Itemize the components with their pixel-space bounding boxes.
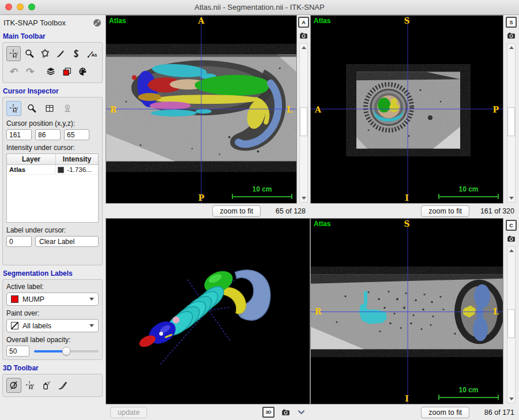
undo-icon: ↶ bbox=[10, 67, 18, 77]
crosshair-tool-button[interactable] bbox=[6, 46, 21, 61]
sagittal-viewport: Atlas S A P I 10 cm S bbox=[310, 15, 519, 218]
scrollbar-thumb[interactable] bbox=[507, 107, 515, 136]
paint-over-dropdown[interactable]: All labels bbox=[6, 319, 99, 332]
layers-icon bbox=[46, 66, 56, 77]
spraypaint-tool-button[interactable] bbox=[39, 378, 54, 393]
intensity-color-swatch bbox=[58, 167, 64, 173]
3d-viewport: update 3D bbox=[106, 218, 310, 420]
axial-slice-scrollbar[interactable] bbox=[299, 43, 308, 202]
opacity-input[interactable] bbox=[6, 346, 29, 357]
scrollbar-thumb[interactable] bbox=[300, 107, 307, 136]
segmentation-labels-header: Segmentation Labels bbox=[3, 269, 102, 278]
table-icon bbox=[44, 103, 55, 114]
polygon-tool-button[interactable] bbox=[37, 46, 52, 61]
paint-over-swatch bbox=[11, 322, 18, 329]
redo-button[interactable]: ↷ bbox=[22, 64, 37, 79]
coronal-slice-scrollbar[interactable] bbox=[507, 246, 516, 403]
cursor-z-input[interactable] bbox=[64, 129, 89, 140]
axial-panel-letter[interactable]: A bbox=[298, 17, 309, 28]
close-window-button[interactable] bbox=[5, 3, 12, 10]
main-toolbar-group: Ab ↶ ↷ bbox=[2, 42, 103, 83]
table-row[interactable]: Atlas -1.736... bbox=[7, 165, 98, 175]
scroll-up-arrow[interactable] bbox=[509, 249, 514, 252]
detach-panel-icon[interactable] bbox=[93, 18, 101, 27]
maximize-window-button[interactable] bbox=[28, 3, 35, 10]
screenshot-camera-icon[interactable] bbox=[507, 31, 516, 40]
opacity-slider[interactable] bbox=[34, 347, 99, 355]
coronal-canvas[interactable]: Atlas S R L I 10 cm bbox=[310, 218, 503, 404]
sagittal-slice-image bbox=[311, 16, 503, 203]
active-label-caption: Active label: bbox=[6, 283, 99, 291]
orientation-anterior: A bbox=[198, 16, 205, 25]
axial-canvas[interactable]: Atlas A R L P 10 cm bbox=[106, 15, 297, 204]
3d-panel-letter[interactable]: 3D bbox=[262, 407, 274, 418]
sagittal-canvas[interactable]: Atlas S A P I 10 cm bbox=[310, 15, 503, 204]
ci-table-button[interactable] bbox=[42, 101, 57, 116]
cursor-position-label: Cursor position (x,y,z): bbox=[6, 119, 99, 127]
scroll-up-arrow[interactable] bbox=[302, 46, 306, 49]
spraycan-icon bbox=[41, 380, 51, 391]
paintbrush-icon bbox=[55, 48, 66, 59]
coronal-zoom-to-fit-button[interactable]: zoom to fit bbox=[421, 407, 469, 418]
annotation-tool-button[interactable]: Ab bbox=[84, 46, 99, 61]
slider-thumb[interactable] bbox=[62, 347, 71, 355]
scroll-down-arrow[interactable] bbox=[302, 197, 306, 200]
scalpel-tool-button[interactable] bbox=[55, 378, 70, 393]
sagittal-slice-scrollbar[interactable] bbox=[507, 43, 516, 202]
paint-over-caption: Paint over: bbox=[6, 309, 99, 317]
undo-button[interactable]: ↶ bbox=[6, 64, 21, 79]
cursor-inspector-group: Cursor position (x,y,z): Intensity under… bbox=[2, 97, 103, 265]
annotation-glyph: Ab bbox=[91, 52, 96, 58]
scale-bar-label: 10 cm bbox=[438, 386, 499, 394]
trackball-tool-button[interactable] bbox=[6, 378, 21, 393]
label-name-field: Clear Label bbox=[35, 236, 99, 247]
coronal-panel-letter[interactable]: C bbox=[506, 220, 517, 231]
crosshair-3d-tool-button[interactable] bbox=[22, 378, 37, 393]
active-label-color-swatch bbox=[11, 295, 18, 303]
axial-slice-counter: 65 of 128 bbox=[268, 207, 306, 215]
scroll-down-arrow[interactable] bbox=[509, 197, 514, 200]
label-id-input[interactable] bbox=[6, 236, 32, 247]
paintbrush-tool-button[interactable] bbox=[53, 46, 67, 61]
col-header-intensity[interactable]: Intensity bbox=[56, 154, 98, 164]
col-header-layer[interactable]: Layer bbox=[7, 154, 56, 164]
orientation-anterior: A bbox=[315, 105, 321, 114]
active-label-button[interactable] bbox=[59, 64, 74, 79]
scroll-up-arrow[interactable] bbox=[509, 46, 514, 49]
3d-update-button[interactable]: update bbox=[110, 407, 147, 418]
ci-crosshair-button[interactable] bbox=[6, 101, 21, 116]
screenshot-camera-icon[interactable] bbox=[281, 408, 290, 417]
scroll-down-arrow[interactable] bbox=[509, 397, 514, 400]
cursor-x-input[interactable] bbox=[6, 129, 32, 140]
screenshot-camera-icon[interactable] bbox=[507, 234, 516, 243]
axial-zoom-to-fit-button[interactable]: zoom to fit bbox=[212, 205, 261, 217]
screenshot-camera-icon[interactable] bbox=[299, 31, 308, 40]
ci-probe-button[interactable] bbox=[60, 101, 75, 116]
intensity-label: Intensity under cursor: bbox=[6, 144, 99, 152]
toolbox-title: ITK-SNAP Toolbox bbox=[3, 18, 66, 27]
label-palette-button[interactable] bbox=[76, 64, 91, 79]
sagittal-panel-letter[interactable]: S bbox=[506, 17, 517, 28]
minimize-window-button[interactable] bbox=[17, 3, 24, 10]
coronal-slice-image bbox=[311, 219, 503, 404]
cursor-inspector-header: Cursor Inspector bbox=[3, 87, 102, 95]
crosshair-icon bbox=[25, 380, 35, 391]
orientation-left: L bbox=[287, 105, 292, 114]
expand-panel-chevron-icon[interactable] bbox=[297, 408, 306, 417]
window-title: Atlas.nii - Segmentation.nii - ITK-SNAP bbox=[0, 3, 519, 12]
cursor-y-input[interactable] bbox=[35, 129, 61, 140]
zoom-tool-button[interactable] bbox=[22, 46, 36, 61]
snake-tool-button[interactable] bbox=[69, 46, 83, 61]
active-label-dropdown[interactable]: MUMP bbox=[6, 292, 99, 306]
coronal-side-controls: C bbox=[503, 218, 519, 404]
3d-canvas[interactable] bbox=[106, 218, 310, 404]
title-bar: Atlas.nii - Segmentation.nii - ITK-SNAP bbox=[0, 0, 519, 15]
orientation-superior: S bbox=[404, 16, 409, 25]
sagittal-zoom-to-fit-button[interactable]: zoom to fit bbox=[421, 205, 469, 217]
layer-inspector-button[interactable] bbox=[43, 64, 58, 79]
layer-name-cell: Atlas bbox=[7, 165, 55, 174]
scrollbar-thumb[interactable] bbox=[507, 309, 515, 338]
intensity-table: Layer Intensity Atlas -1.736... bbox=[6, 153, 99, 223]
crosshair-icon bbox=[9, 48, 19, 59]
ci-zoom-button[interactable] bbox=[24, 101, 39, 116]
